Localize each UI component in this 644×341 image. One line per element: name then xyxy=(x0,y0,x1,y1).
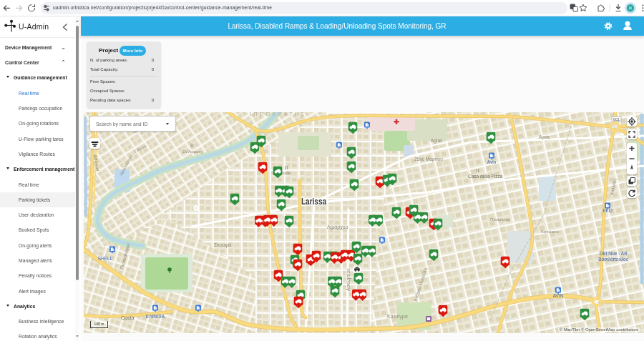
svg-text:Costa: Costa xyxy=(121,315,134,320)
svg-text:Agias: Agias xyxy=(431,138,443,144)
svg-text:Κατσίγρα: Κατσίγρα xyxy=(387,314,408,320)
svg-text:25ης Μαρτίου: 25ης Μαρτίου xyxy=(414,157,443,162)
svg-text:Αγιάς: Αγιάς xyxy=(539,134,550,140)
svg-text:ΙΠΠΟΚΡΑΤΗΣ: ΙΠΠΟΚΡΑΤΗΣ xyxy=(250,112,306,117)
svg-text:SHELL: SHELL xyxy=(98,256,113,261)
svg-text:Πλαϊσίνιος: Πλαϊσίνιος xyxy=(490,217,510,222)
svg-text:Ασκληπιού: Ασκληπιού xyxy=(346,268,351,291)
svg-text:Βασιλόπουλος: Βασιλόπουλος xyxy=(598,257,628,262)
svg-text:Λιμαρχου: Λιμαρχου xyxy=(327,224,348,230)
svg-text:Καίτσανα: Καίτσανα xyxy=(541,229,559,234)
svg-text:Avin: Avin xyxy=(487,159,497,164)
svg-text:Εν Λαρίση: Εν Λαρίση xyxy=(182,149,203,154)
svg-text:Σκουφά: Σκουφά xyxy=(214,242,231,248)
svg-text:DEI blue - AB: DEI blue - AB xyxy=(599,251,627,256)
svg-text:601: 601 xyxy=(613,117,620,122)
svg-text:ΕΛΙΝΟΙΑ: ΕΛΙΝΟΙΑ xyxy=(146,314,165,319)
svg-text:Larissa: Larissa xyxy=(301,196,326,207)
svg-text:Casa della Pizza: Casa della Pizza xyxy=(468,174,503,179)
